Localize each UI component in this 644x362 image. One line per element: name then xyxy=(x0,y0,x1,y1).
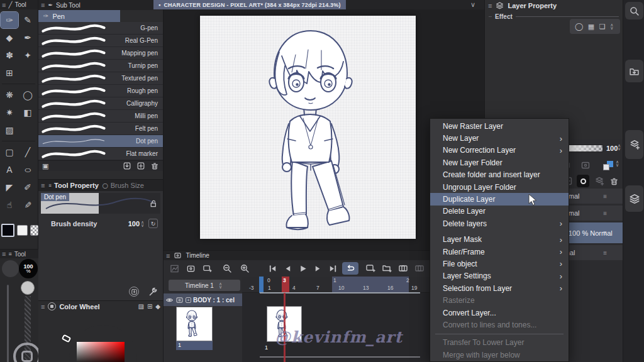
merge-down-icon[interactable] xyxy=(594,176,604,186)
navigator-button[interactable] xyxy=(625,60,643,82)
eraser-tool[interactable]: ◆ xyxy=(1,30,18,46)
subview-button[interactable] xyxy=(625,2,643,19)
menu-item-new-layer[interactable]: New Layer› xyxy=(430,132,569,144)
wrench-icon[interactable] xyxy=(148,287,158,297)
brush-item[interactable]: Milli pen xyxy=(38,110,163,123)
layer-list-button[interactable] xyxy=(625,185,643,212)
blend-tool[interactable]: ❋ xyxy=(1,87,18,103)
canvas-chevron-icon[interactable]: ∨ xyxy=(470,1,475,9)
slider-knob[interactable] xyxy=(21,281,35,295)
balloon-tool[interactable]: ○ xyxy=(19,162,36,178)
zoom-in-icon[interactable] xyxy=(240,263,250,273)
menu-item-delete-layer[interactable]: Delete Layer xyxy=(430,206,569,217)
menu-item-layer-mask[interactable]: Layer Mask› xyxy=(430,234,569,246)
color-slider-tab-icon[interactable]: ▨ xyxy=(138,303,143,310)
color-wheel-tab[interactable]: Color Wheel xyxy=(59,303,99,310)
register-settings-icon[interactable] xyxy=(129,287,139,297)
menu-item-new-correction-layer[interactable]: New Correction Layer› xyxy=(430,145,569,156)
hand-tool[interactable]: ☝ xyxy=(1,197,18,213)
new-animation-cel-icon[interactable] xyxy=(365,263,375,273)
clipping-button[interactable] xyxy=(577,175,589,187)
pencil-tool[interactable]: ✎ xyxy=(19,12,36,28)
brush-item[interactable]: Calligraphy xyxy=(38,97,163,110)
deselect-ring-button[interactable] xyxy=(13,343,41,362)
menu-item-ruler-frame[interactable]: Ruler/Frame› xyxy=(430,246,569,258)
layer-color-button[interactable] xyxy=(603,161,614,170)
blend-stepper[interactable]: ∧∨ xyxy=(616,160,621,167)
skip-to-start-icon[interactable] xyxy=(268,264,277,273)
airbrush-tool[interactable]: ✽ xyxy=(1,47,18,63)
timeline-selector[interactable]: Timeline 1 ∧∨ xyxy=(169,280,240,291)
line-tool[interactable]: ╱ xyxy=(19,144,36,160)
color-set-tab-icon[interactable]: ⊞ xyxy=(147,303,152,310)
layer-search-button[interactable] xyxy=(625,130,643,159)
eye-icon[interactable] xyxy=(165,296,174,304)
density-dynamics-button[interactable]: ↻ xyxy=(148,219,158,228)
previous-frame-icon[interactable] xyxy=(283,264,292,273)
timeline-menu-icon[interactable]: ≡ xyxy=(166,252,170,260)
new-timeline-icon[interactable] xyxy=(186,264,196,273)
loop-play-icon[interactable] xyxy=(345,263,355,273)
specify-cels-icon[interactable] xyxy=(398,263,408,273)
opacity-value[interactable]: 100 xyxy=(606,145,618,152)
skip-to-end-icon[interactable] xyxy=(328,264,338,273)
menu-item-convert-layer[interactable]: Convert Layer... xyxy=(430,307,569,319)
timeline-settings-icon[interactable] xyxy=(203,264,212,273)
transparent-color-swatch[interactable] xyxy=(30,225,38,236)
cel-number-bar[interactable]: 1 xyxy=(176,341,213,350)
brush-preview-circle[interactable] xyxy=(2,260,19,277)
timeline-selector-stepper[interactable]: ∧∨ xyxy=(219,282,224,288)
zoom-out-icon[interactable] xyxy=(222,263,232,273)
brush-density-value[interactable]: 100 xyxy=(128,220,140,228)
pen-tool[interactable]: ✑ xyxy=(1,12,18,28)
start-marker[interactable] xyxy=(259,277,264,293)
menu-item-layer-settings[interactable]: Layer Settings› xyxy=(430,270,569,282)
reference-layer-icon[interactable] xyxy=(580,160,591,170)
saturation-value-box[interactable] xyxy=(77,342,125,362)
brush-item[interactable]: Flat marker xyxy=(38,148,163,160)
menu-item-ungroup-layer-folder[interactable]: Ungroup Layer Folder xyxy=(430,181,569,193)
layer-color-effect-icon[interactable]: ❏ xyxy=(599,23,606,31)
lock-icon[interactable] xyxy=(148,199,158,208)
subtool-menu-icon[interactable]: ≡ xyxy=(41,1,45,9)
gradient-tool[interactable]: ▨ xyxy=(1,122,18,138)
main-color-swatch[interactable] xyxy=(1,224,14,237)
menu-item-new-raster-layer[interactable]: New Raster Layer xyxy=(430,120,569,132)
tab-tool-property[interactable]: ≡ Tool Property xyxy=(48,182,98,189)
tool-palette-menu-icon[interactable]: ≡ xyxy=(2,1,6,9)
play-icon[interactable] xyxy=(298,264,308,273)
tab-brush-size[interactable]: ◯ Brush Size xyxy=(103,182,144,189)
auto-select-tool[interactable]: ✷ xyxy=(1,104,18,121)
menu-item-delete-layers[interactable]: Delete layers› xyxy=(430,217,569,229)
subtool-tab[interactable]: Sub Tool xyxy=(56,2,80,9)
menu-item-create-folder-insert[interactable]: Create folder and insert layer xyxy=(430,169,569,181)
brush-item-selected[interactable]: Dot pen xyxy=(38,135,163,148)
layerprop-menu-icon[interactable]: ≡ xyxy=(488,2,492,9)
colorwheel-menu-icon[interactable]: ≡ xyxy=(41,303,45,310)
brush-item[interactable]: Rough pen xyxy=(38,85,163,97)
brush-item[interactable]: Turnip pen xyxy=(38,60,163,72)
delete-layer-icon[interactable] xyxy=(609,177,619,186)
menu-item-selection-from-layer[interactable]: Selection from Layer› xyxy=(430,282,569,294)
brush-item[interactable]: Real G-Pen xyxy=(38,35,163,47)
operation-tool[interactable]: ▢ xyxy=(1,144,18,160)
figure-tool[interactable]: ◤ xyxy=(1,179,18,195)
brush-size-slider-track[interactable] xyxy=(7,285,9,362)
expand-icon[interactable]: + xyxy=(186,297,191,303)
menu-item-new-layer-folder[interactable]: New Layer Folder xyxy=(430,156,569,168)
mixing-palette-tab-icon[interactable]: ◆ xyxy=(155,303,160,310)
document-tab[interactable]: ▪ CHARACTER DESIGN - PIXEL ART* (384 x 3… xyxy=(153,0,346,9)
import-subtool-icon[interactable] xyxy=(123,162,131,170)
decoration-tool[interactable]: ✦ xyxy=(19,47,36,63)
selection-pen-tool[interactable]: ✐ xyxy=(19,179,36,195)
quick-tool-tab[interactable]: Tool xyxy=(14,251,26,258)
delete-subtool-icon[interactable] xyxy=(150,162,159,170)
opacity-slider[interactable] xyxy=(568,145,603,152)
correction-pen-tool[interactable]: ✒ xyxy=(19,30,36,46)
brush-item[interactable]: Textured pen xyxy=(38,72,163,85)
density-stepper[interactable]: ∧∨ xyxy=(141,221,146,227)
onion-skin-icon[interactable] xyxy=(414,263,425,273)
toolprop-menu-icon[interactable]: ≡ xyxy=(41,182,45,189)
brush-item[interactable]: Mapping pen xyxy=(38,47,163,60)
tone-effect-icon[interactable]: ▦ xyxy=(588,23,594,31)
